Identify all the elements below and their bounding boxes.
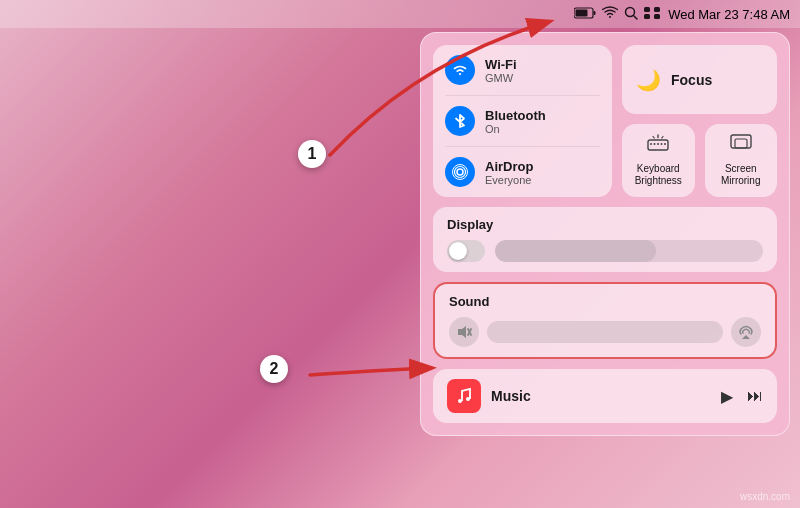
- wifi-text: Wi-Fi GMW: [485, 57, 517, 84]
- display-toggle-knob: [449, 242, 467, 260]
- control-center-panel: Wi-Fi GMW Bluetooth On: [420, 32, 790, 436]
- cc-top-row: Wi-Fi GMW Bluetooth On: [433, 45, 777, 197]
- wifi-label: Wi-Fi: [485, 57, 517, 72]
- svg-rect-5: [644, 7, 650, 12]
- bluetooth-sublabel: On: [485, 123, 546, 135]
- control-center-menubar-icon[interactable]: [644, 6, 660, 22]
- menubar-icons: [574, 6, 660, 23]
- display-toggle[interactable]: [447, 240, 485, 262]
- music-app-icon: [447, 379, 481, 413]
- sound-volume-slider[interactable]: [487, 321, 723, 343]
- display-brightness-slider[interactable]: [495, 240, 763, 262]
- focus-label: Focus: [671, 72, 712, 88]
- airdrop-sublabel: Everyone: [485, 174, 533, 186]
- bluetooth-icon: [445, 106, 475, 136]
- cc-right-col: 🌙 Focus: [622, 45, 777, 197]
- annotation-number-2: 2: [260, 355, 288, 383]
- cc-small-buttons: KeyboardBrightness ScreenMirroring: [622, 124, 777, 197]
- keyboard-brightness-icon: [647, 134, 669, 157]
- menubar: Wed Mar 23 7:48 AM: [0, 0, 800, 28]
- svg-point-9: [457, 169, 463, 175]
- display-section: Display: [433, 207, 777, 272]
- sound-mute-button[interactable]: [449, 317, 479, 347]
- display-title: Display: [447, 217, 763, 232]
- wifi-item[interactable]: Wi-Fi GMW: [445, 55, 600, 85]
- annotation-2: 2: [260, 355, 288, 383]
- svg-point-10: [455, 167, 466, 178]
- svg-rect-2: [576, 10, 588, 17]
- screen-mirroring-icon: [730, 134, 752, 157]
- airdrop-label: AirDrop: [485, 159, 533, 174]
- desktop: Wed Mar 23 7:48 AM Wi-Fi: [0, 0, 800, 508]
- battery-icon[interactable]: [574, 6, 596, 22]
- annotation-number-1: 1: [298, 140, 326, 168]
- watermark: wsxdn.com: [740, 491, 790, 502]
- focus-button[interactable]: 🌙 Focus: [622, 45, 777, 114]
- bluetooth-label: Bluetooth: [485, 108, 546, 123]
- display-brightness-fill: [495, 240, 656, 262]
- svg-rect-7: [644, 14, 650, 19]
- keyboard-brightness-label: KeyboardBrightness: [635, 163, 682, 187]
- svg-rect-22: [735, 139, 747, 148]
- music-play-button[interactable]: ▶: [721, 387, 733, 406]
- sound-section: Sound: [433, 282, 777, 359]
- svg-rect-8: [654, 14, 660, 19]
- airdrop-icon: [445, 157, 475, 187]
- svg-rect-1: [594, 11, 596, 15]
- airdrop-item[interactable]: AirDrop Everyone: [445, 157, 600, 187]
- wifi-sublabel: GMW: [485, 72, 517, 84]
- svg-line-4: [634, 15, 638, 19]
- svg-line-19: [653, 137, 654, 139]
- display-row: [447, 240, 763, 262]
- svg-rect-21: [731, 135, 751, 148]
- airdrop-text: AirDrop Everyone: [485, 159, 533, 186]
- sound-title: Sound: [449, 294, 761, 309]
- focus-icon: 🌙: [636, 68, 661, 92]
- menubar-time: Wed Mar 23 7:48 AM: [668, 7, 790, 22]
- wifi-icon: [445, 55, 475, 85]
- cc-network-panel: Wi-Fi GMW Bluetooth On: [433, 45, 612, 197]
- wifi-menubar-icon[interactable]: [602, 6, 618, 23]
- sound-row: [449, 317, 761, 347]
- bluetooth-text: Bluetooth On: [485, 108, 546, 135]
- search-menubar-icon[interactable]: [624, 6, 638, 23]
- music-controls: ▶ ⏭: [721, 387, 763, 406]
- svg-line-20: [662, 137, 663, 139]
- sound-airplay-button[interactable]: [731, 317, 761, 347]
- music-label: Music: [491, 388, 711, 404]
- annotation-1: 1: [298, 140, 326, 168]
- screen-mirroring-label: ScreenMirroring: [721, 163, 760, 187]
- music-section: Music ▶ ⏭: [433, 369, 777, 423]
- music-forward-button[interactable]: ⏭: [747, 387, 763, 405]
- screen-mirroring-button[interactable]: ScreenMirroring: [705, 124, 778, 197]
- divider1: [445, 95, 600, 96]
- divider2: [445, 146, 600, 147]
- bluetooth-item[interactable]: Bluetooth On: [445, 106, 600, 136]
- svg-rect-6: [654, 7, 660, 12]
- keyboard-brightness-button[interactable]: KeyboardBrightness: [622, 124, 695, 197]
